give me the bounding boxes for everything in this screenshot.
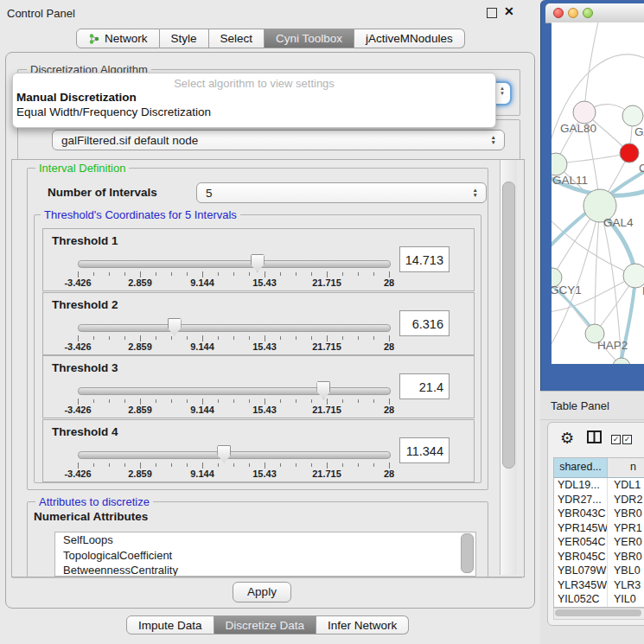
network-node[interactable] xyxy=(613,358,630,364)
table-row[interactable]: YIL052CYIL0 xyxy=(554,592,644,607)
checkbox-checked-icon[interactable]: ✓ xyxy=(622,435,632,444)
tick-mark xyxy=(373,272,374,276)
tick-mark xyxy=(156,463,156,467)
tab-cyni-toolbox[interactable]: Cyni Toolbox xyxy=(265,29,354,48)
threshold-value-field[interactable]: 21.4 xyxy=(399,373,450,399)
tab-jactivemnodules[interactable]: jActiveMNodules xyxy=(354,29,465,48)
apply-button[interactable]: Apply xyxy=(233,582,291,603)
minimize-traffic-light-icon[interactable] xyxy=(568,8,578,18)
tick-mark xyxy=(78,399,79,405)
tick-label: 21.715 xyxy=(312,277,341,288)
table-row[interactable]: YER054CYER0 xyxy=(554,535,644,550)
tick-label: 2.859 xyxy=(128,469,152,479)
node-label: GAL80 xyxy=(560,122,596,135)
split-columns-icon[interactable] xyxy=(587,430,602,447)
tab-infer-network[interactable]: Infer Network xyxy=(316,615,409,634)
algorithm-option-equal-width-frequency-discretization[interactable]: Equal Width/Frequency Discretization xyxy=(13,105,495,119)
tick-mark xyxy=(233,336,234,340)
node-label: C xyxy=(639,162,644,175)
table-row[interactable]: YBR045CYBR0 xyxy=(554,550,644,564)
table-row[interactable]: YBR043CYBR0 xyxy=(554,507,644,521)
tick-mark xyxy=(265,399,265,405)
tick-label: 28 xyxy=(384,341,394,352)
numerical-attributes-list[interactable]: SelfLoopsTopologicalCoefficientBetweenne… xyxy=(54,532,476,577)
attribute-item-betweennesscentrality[interactable]: BetweennessCentrality xyxy=(55,563,475,577)
scrollbar-thumb[interactable] xyxy=(555,609,641,616)
tab-network[interactable]: Network xyxy=(76,29,160,48)
tick-mark xyxy=(358,336,359,340)
threshold-slider-track[interactable] xyxy=(78,260,391,268)
tick-mark xyxy=(187,399,188,403)
tick-label: -3.426 xyxy=(64,469,91,479)
tick-mark xyxy=(389,462,390,469)
threshold-slider-track[interactable] xyxy=(78,387,391,395)
checkbox-checked-icon[interactable]: ✓ xyxy=(611,435,621,444)
threshold-slider-track[interactable] xyxy=(78,451,391,459)
tick-label: 28 xyxy=(384,277,394,288)
table-row[interactable]: YDR27...YDR2 xyxy=(554,493,644,507)
network-canvas[interactable]: GAL80GACGAL11GAL4GCY1HHAP2 xyxy=(552,22,644,364)
tick-mark xyxy=(280,336,281,340)
table-row[interactable]: YBL079WYBL0 xyxy=(554,564,644,578)
column-header-shared[interactable]: shared... xyxy=(554,458,608,477)
tick-mark xyxy=(233,463,234,467)
tick-label: -3.426 xyxy=(64,405,91,415)
tick-label: 2.859 xyxy=(128,277,152,288)
tab-style[interactable]: Style xyxy=(160,29,209,48)
threshold-value-field[interactable]: 11.344 xyxy=(399,437,450,463)
network-node-gal80[interactable] xyxy=(573,101,596,124)
settings-vertical-scrollbar[interactable] xyxy=(500,160,517,575)
tick-mark xyxy=(389,399,390,405)
tab-select[interactable]: Select xyxy=(209,29,265,48)
network-window-titlebar[interactable] xyxy=(545,3,644,23)
tick-mark xyxy=(140,335,141,341)
column-header-name[interactable]: n xyxy=(608,458,644,477)
algorithm-options: Manual DiscretizationEqual Width/Frequen… xyxy=(13,90,495,119)
threshold-slider-thumb[interactable] xyxy=(168,318,182,336)
number-of-intervals-label: Number of Intervals xyxy=(48,186,157,199)
attribute-item-selfloops[interactable]: SelfLoops xyxy=(55,532,475,548)
tab-discretize-data[interactable]: Discretize Data xyxy=(214,615,317,634)
table-data-combobox[interactable]: galFiltered.sif default node ▲▼ xyxy=(52,130,505,150)
zoom-traffic-light-icon[interactable] xyxy=(583,8,593,18)
number-of-intervals-spinner[interactable]: 5 ▲▼ xyxy=(196,182,487,203)
tab-impute-data[interactable]: Impute Data xyxy=(126,615,214,634)
table-row[interactable]: YPR145WYPR1 xyxy=(554,521,644,536)
cell-name: YBR0 xyxy=(608,507,644,521)
tick-mark xyxy=(140,399,141,405)
tick-mark xyxy=(311,399,312,403)
close-icon[interactable]: ✕ xyxy=(504,4,514,18)
tick-mark xyxy=(93,463,94,467)
attribute-item-topologicalcoefficient[interactable]: TopologicalCoefficient xyxy=(55,548,475,564)
cell-name: YLR3 xyxy=(608,578,644,593)
network-node-ga[interactable] xyxy=(622,105,643,126)
close-traffic-light-icon[interactable] xyxy=(553,8,564,18)
threshold-slider-track[interactable] xyxy=(78,324,391,332)
cell-shared-name: YDL19... xyxy=(554,478,608,493)
tick-label: 21.715 xyxy=(312,405,341,415)
tick-mark xyxy=(109,399,110,403)
threshold-value-field[interactable]: 14.713 xyxy=(399,246,450,272)
table-rows: YDL19...YDL1YDR27...YDR2YBR043CYBR0YPR14… xyxy=(554,478,644,607)
table-horizontal-scrollbar[interactable] xyxy=(553,608,644,620)
table-row[interactable]: YLR345WYLR3 xyxy=(554,578,644,593)
gear-icon[interactable]: ⚙ xyxy=(560,429,574,448)
threshold-slider-thumb[interactable] xyxy=(217,445,231,463)
scrollbar-thumb[interactable] xyxy=(502,182,515,469)
float-window-icon[interactable] xyxy=(487,8,497,18)
threshold-slider-thumb[interactable] xyxy=(251,254,265,272)
table-row[interactable]: YDL19...YDL1 xyxy=(554,478,644,493)
cell-name: YIL0 xyxy=(608,592,644,607)
algorithm-option-manual-discretization[interactable]: Manual Discretization xyxy=(13,90,495,105)
network-node-h[interactable] xyxy=(623,264,644,288)
tick-mark xyxy=(187,272,188,276)
attributes-list-scrollbar[interactable] xyxy=(461,533,474,573)
tick-mark xyxy=(280,463,281,467)
threshold-panel-1: Threshold 1-3.4262.8599.14415.4321.71528… xyxy=(42,228,475,291)
combobox-arrows-icon: ▲▼ xyxy=(500,86,505,96)
network-node-c[interactable] xyxy=(620,143,639,163)
threshold-value-field[interactable]: 6.316 xyxy=(399,310,450,336)
node-label: GAL4 xyxy=(603,216,634,229)
tick-mark xyxy=(109,463,110,467)
threshold-slider-thumb[interactable] xyxy=(316,381,330,399)
